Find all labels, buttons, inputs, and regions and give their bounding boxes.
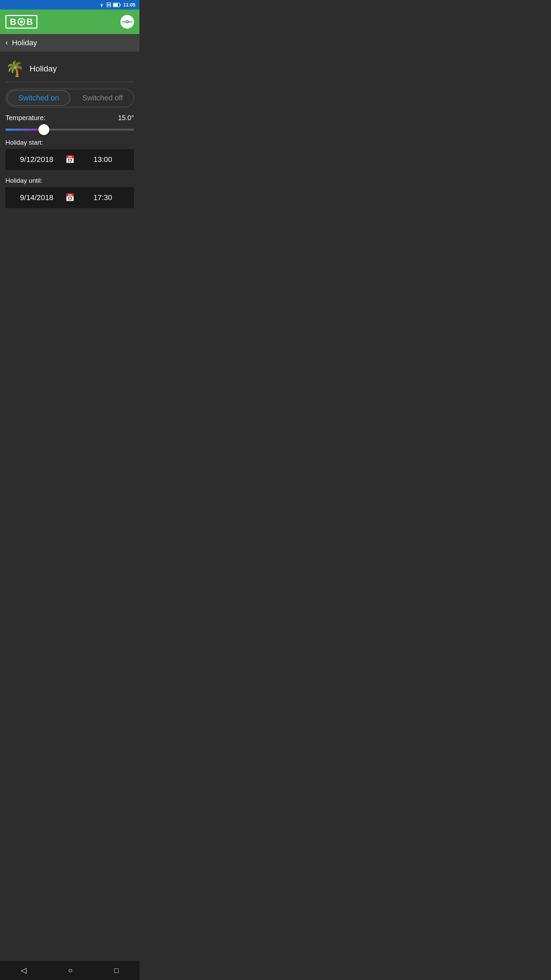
wifi-icon [98,2,105,7]
logo-b-right: B [27,18,33,26]
nav-title: Holiday [12,38,37,47]
holiday-until-field[interactable]: 9/14/2018 📅 17:30 [5,187,134,208]
home-nav-button[interactable]: ○ [61,963,79,978]
palm-tree-icon: 🌴 [5,61,24,76]
back-nav-button[interactable]: ◁ [14,963,33,978]
app-logo: B B [5,15,37,29]
holiday-until-time: 17:30 [77,193,129,202]
calendar-icon-until: 📅 [65,193,75,202]
sim-icon [106,2,111,7]
status-bar: 11:05 [0,0,140,10]
temperature-slider[interactable] [5,129,134,130]
switched-on-option[interactable]: Switched on [7,90,70,106]
back-button[interactable]: ‹ [5,39,8,47]
slider-track [5,129,134,130]
recent-nav-button[interactable]: □ [108,963,125,978]
battery-icon [113,3,121,7]
calendar-icon-start: 📅 [65,155,75,164]
svg-point-0 [102,6,102,7]
holiday-start-field[interactable]: 9/12/2018 📅 13:00 [5,149,134,170]
logo-b-left: B [10,18,16,26]
temperature-row: Temperature: 15.0° [5,114,134,122]
switched-off-option[interactable]: Switched off [71,89,134,107]
status-icons [98,2,121,7]
svg-rect-2 [108,4,110,6]
nav-bar: ‹ Holiday [0,34,140,52]
holiday-start-label: Holiday start: [5,139,134,146]
slider-thumb[interactable] [38,124,49,135]
temperature-value: 15.0° [118,114,134,122]
holiday-until-date: 9/14/2018 [11,193,63,202]
bottom-nav: ◁ ○ □ [0,961,140,980]
holiday-until-label: Holiday until: [5,177,134,185]
holiday-start-time: 13:00 [77,155,129,164]
section-header: 🌴 Holiday [5,57,134,82]
divider [5,82,134,82]
toggle-switch[interactable]: Switched on Switched off [5,89,134,107]
main-content: 🌴 Holiday Switched on Switched off Tempe… [0,52,140,221]
settings-button[interactable] [121,15,134,29]
temperature-label: Temperature: [5,114,46,122]
holiday-start-date: 9/12/2018 [11,155,63,164]
app-header: B B [0,10,140,34]
section-title: Holiday [30,64,57,73]
svg-rect-5 [114,3,118,6]
logo-circle [18,18,25,25]
status-time: 11:05 [123,2,135,8]
slider-fill [5,129,44,130]
svg-rect-4 [120,4,121,6]
